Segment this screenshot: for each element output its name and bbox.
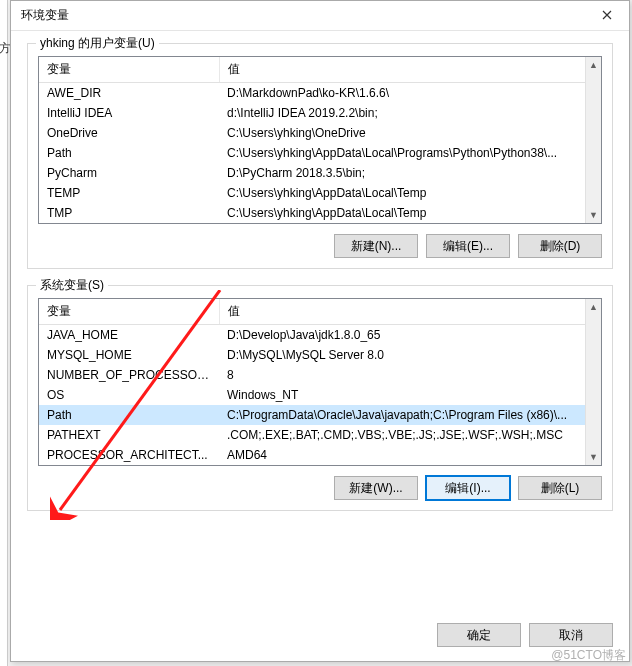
- scroll-down-icon[interactable]: ▼: [586, 449, 601, 465]
- scroll-down-icon[interactable]: ▼: [586, 207, 601, 223]
- col-header-value[interactable]: 值: [219, 299, 601, 325]
- table-row[interactable]: PathC:\Users\yhking\AppData\Local\Progra…: [39, 143, 601, 163]
- var-value-cell: D:\MarkdownPad\ko-KR\1.6.6\: [219, 83, 601, 104]
- var-name-cell: MYSQL_HOME: [39, 345, 219, 365]
- table-row[interactable]: IntelliJ IDEAd:\IntelliJ IDEA 2019.2.2\b…: [39, 103, 601, 123]
- dialog-footer: 确定 取消: [11, 615, 629, 661]
- table-row[interactable]: OneDriveC:\Users\yhking\OneDrive: [39, 123, 601, 143]
- cancel-button[interactable]: 取消: [529, 623, 613, 647]
- var-name-cell: TMP: [39, 203, 219, 223]
- var-name-cell: OS: [39, 385, 219, 405]
- var-name-cell: TEMP: [39, 183, 219, 203]
- var-value-cell: C:\Users\yhking\OneDrive: [219, 123, 601, 143]
- var-name-cell: PATHEXT: [39, 425, 219, 445]
- table-row[interactable]: PathC:\ProgramData\Oracle\Java\javapath;…: [39, 405, 601, 425]
- user-edit-button[interactable]: 编辑(E)...: [426, 234, 510, 258]
- table-row[interactable]: TEMPC:\Users\yhking\AppData\Local\Temp: [39, 183, 601, 203]
- ok-button[interactable]: 确定: [437, 623, 521, 647]
- var-value-cell: C:\Users\yhking\AppData\Local\Temp: [219, 203, 601, 223]
- sys-delete-button[interactable]: 删除(L): [518, 476, 602, 500]
- table-row[interactable]: PyCharmD:\PyCharm 2018.3.5\bin;: [39, 163, 601, 183]
- system-vars-table[interactable]: 变量 值 JAVA_HOMED:\Develop\Java\jdk1.8.0_6…: [38, 298, 602, 466]
- user-vars-table[interactable]: 变量 值 AWE_DIRD:\MarkdownPad\ko-KR\1.6.6\I…: [38, 56, 602, 224]
- system-vars-group-label: 系统变量(S): [36, 277, 108, 294]
- var-name-cell: OneDrive: [39, 123, 219, 143]
- var-value-cell: D:\MySQL\MySQL Server 8.0: [219, 345, 601, 365]
- table-row[interactable]: JAVA_HOMED:\Develop\Java\jdk1.8.0_65: [39, 325, 601, 346]
- var-value-cell: AMD64: [219, 445, 601, 465]
- scrollbar[interactable]: ▲ ▼: [585, 57, 601, 223]
- sys-new-button[interactable]: 新建(W)...: [334, 476, 418, 500]
- var-name-cell: PROCESSOR_ARCHITECT...: [39, 445, 219, 465]
- system-vars-buttons: 新建(W)... 编辑(I)... 删除(L): [38, 476, 602, 500]
- var-value-cell: D:\Develop\Java\jdk1.8.0_65: [219, 325, 601, 346]
- var-value-cell: C:\ProgramData\Oracle\Java\javapath;C:\P…: [219, 405, 601, 425]
- dialog-title: 环境变量: [21, 7, 585, 24]
- var-name-cell: IntelliJ IDEA: [39, 103, 219, 123]
- sys-edit-button[interactable]: 编辑(I)...: [426, 476, 510, 500]
- var-value-cell: d:\IntelliJ IDEA 2019.2.2\bin;: [219, 103, 601, 123]
- var-value-cell: C:\Users\yhking\AppData\Local\Programs\P…: [219, 143, 601, 163]
- var-name-cell: JAVA_HOME: [39, 325, 219, 346]
- var-value-cell: Windows_NT: [219, 385, 601, 405]
- var-name-cell: AWE_DIR: [39, 83, 219, 104]
- titlebar: 环境变量: [11, 1, 629, 31]
- table-row[interactable]: NUMBER_OF_PROCESSORS8: [39, 365, 601, 385]
- close-button[interactable]: [585, 1, 629, 31]
- env-vars-dialog: 环境变量 yhking 的用户变量(U) 变量 值 AWE_DIRD:\Mark…: [10, 0, 630, 662]
- var-name-cell: Path: [39, 143, 219, 163]
- var-name-cell: NUMBER_OF_PROCESSORS: [39, 365, 219, 385]
- var-value-cell: .COM;.EXE;.BAT;.CMD;.VBS;.VBE;.JS;.JSE;.…: [219, 425, 601, 445]
- col-header-name[interactable]: 变量: [39, 299, 219, 325]
- var-value-cell: 8: [219, 365, 601, 385]
- scrollbar[interactable]: ▲ ▼: [585, 299, 601, 465]
- table-row[interactable]: MYSQL_HOMED:\MySQL\MySQL Server 8.0: [39, 345, 601, 365]
- table-row[interactable]: AWE_DIRD:\MarkdownPad\ko-KR\1.6.6\: [39, 83, 601, 104]
- user-vars-group-label: yhking 的用户变量(U): [36, 35, 159, 52]
- user-vars-group: yhking 的用户变量(U) 变量 值 AWE_DIRD:\MarkdownP…: [27, 43, 613, 269]
- var-value-cell: D:\PyCharm 2018.3.5\bin;: [219, 163, 601, 183]
- var-name-cell: PyCharm: [39, 163, 219, 183]
- table-row[interactable]: PATHEXT.COM;.EXE;.BAT;.CMD;.VBS;.VBE;.JS…: [39, 425, 601, 445]
- col-header-name[interactable]: 变量: [39, 57, 219, 83]
- var-name-cell: Path: [39, 405, 219, 425]
- table-row[interactable]: TMPC:\Users\yhking\AppData\Local\Temp: [39, 203, 601, 223]
- scroll-up-icon[interactable]: ▲: [586, 299, 601, 315]
- table-row[interactable]: PROCESSOR_ARCHITECT...AMD64: [39, 445, 601, 465]
- system-vars-group: 系统变量(S) 变量 值 JAVA_HOMED:\Develop\Java\jd…: [27, 285, 613, 511]
- var-value-cell: C:\Users\yhking\AppData\Local\Temp: [219, 183, 601, 203]
- close-icon: [602, 8, 612, 23]
- col-header-value[interactable]: 值: [219, 57, 601, 83]
- scroll-up-icon[interactable]: ▲: [586, 57, 601, 73]
- user-new-button[interactable]: 新建(N)...: [334, 234, 418, 258]
- user-vars-buttons: 新建(N)... 编辑(E)... 删除(D): [38, 234, 602, 258]
- table-row[interactable]: OSWindows_NT: [39, 385, 601, 405]
- user-delete-button[interactable]: 删除(D): [518, 234, 602, 258]
